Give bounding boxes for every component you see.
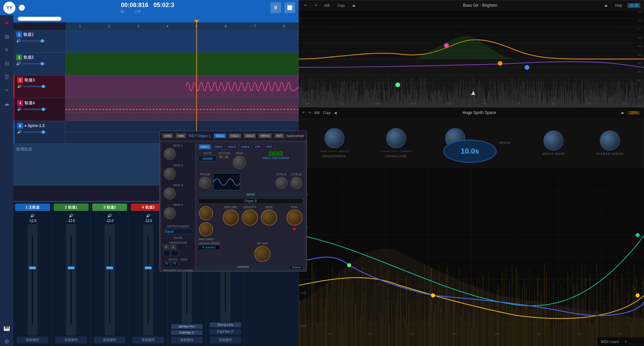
fader-thumb-3[interactable]: [145, 267, 152, 269]
synth-osc3-btn[interactable]: OSC3: [244, 133, 256, 138]
ctrld-knob[interactable]: [290, 177, 303, 189]
transport-knob[interactable]: [19, 5, 25, 11]
sidebar-item-heart[interactable]: ♥: [2, 18, 11, 28]
mod3-knob[interactable]: [164, 187, 176, 199]
cpy-tab[interactable]: CPY: [253, 144, 263, 150]
fine-knob[interactable]: [233, 156, 246, 169]
ctrlr-knob[interactable]: [275, 177, 287, 189]
sidebar-item-automation[interactable]: ≈: [2, 85, 11, 95]
osc1-knob[interactable]: [199, 206, 213, 220]
fader-thumb-2[interactable]: [106, 267, 113, 269]
sidebar-item-cloud[interactable]: ☁: [2, 99, 11, 108]
stereo-width-knob[interactable]: [600, 130, 620, 151]
play-button[interactable]: ⏸: [270, 2, 281, 13]
octave-up[interactable]: ∧: [224, 155, 229, 159]
reverb-next-btn[interactable]: ▶: [622, 111, 624, 115]
fader-1[interactable]: [66, 224, 76, 336]
track-content-3[interactable]: [65, 75, 299, 98]
eq-help-btn[interactable]: Help: [613, 3, 624, 8]
mod4-knob[interactable]: [164, 207, 176, 219]
volume-slider-4[interactable]: [23, 109, 47, 110]
fader-2[interactable]: [105, 224, 115, 336]
add-plugin-3[interactable]: 添加插件: [132, 337, 164, 343]
character-knob[interactable]: [386, 128, 406, 148]
add-plugin-1[interactable]: 添加插件: [55, 337, 87, 343]
track-name-4: 4 轨道4: [17, 100, 62, 106]
volume-slider-1[interactable]: [22, 40, 46, 42]
synth-menu-btn[interactable]: MENU: [259, 133, 272, 138]
mod2-knob[interactable]: [164, 168, 176, 180]
density-knob[interactable]: [242, 210, 258, 226]
osc2-tab[interactable]: OSC2: [212, 144, 225, 150]
track-content-4[interactable]: [65, 98, 299, 121]
track-content-2[interactable]: [65, 53, 299, 75]
scroll-thumb[interactable]: [18, 17, 61, 21]
plugin-slot-proq[interactable]: Pro-Q 3 Fa: [210, 323, 241, 327]
midi-learn-btn[interactable]: MIDI Learn: [601, 340, 619, 344]
plugin-slot-fabfilter2[interactable]: FabFilter P: [171, 330, 203, 335]
mod1-knob[interactable]: [164, 148, 176, 160]
volume-slider-5[interactable]: [23, 131, 47, 133]
brightness-knob[interactable]: [324, 128, 344, 148]
eq-preset-title: Bass Gtr - Brighten: [360, 3, 600, 8]
volume-slider-3[interactable]: [23, 86, 47, 87]
sidebar-item-browse[interactable]: ⊞: [2, 32, 11, 41]
track-num-1: 1: [16, 32, 22, 38]
reverb-panel: ↶ ↷ A/B Copy ◀ Huge Synth Space ▶ 100% D…: [299, 107, 644, 346]
add-plugin-2[interactable]: 添加插件: [94, 337, 125, 343]
add-plugin-5[interactable]: FabFilter P: [210, 329, 241, 335]
sidebar-item-piano[interactable]: 🎹: [2, 323, 11, 333]
space-group: 10.0s SPACE: [499, 141, 511, 145]
pan-knob[interactable]: [286, 210, 303, 226]
add-plugin-4[interactable]: 添加插件: [171, 337, 203, 343]
pst-tab[interactable]: PST: [265, 144, 275, 150]
fader-thumb-master[interactable]: [29, 267, 36, 269]
track-controls-5: 🔊: [17, 130, 62, 134]
eq-prev-btn[interactable]: ◀: [350, 3, 357, 8]
reverb-copy-btn[interactable]: Copy: [323, 111, 331, 115]
reverb-prev-btn[interactable]: ◀: [334, 111, 337, 115]
eq-undo-btn[interactable]: ↶: [302, 3, 309, 8]
stop-button[interactable]: [284, 2, 295, 13]
eq-copy-btn[interactable]: Copy: [335, 3, 347, 8]
synth-init-btn[interactable]: INIT: [274, 133, 284, 138]
volume-slider-2[interactable]: [22, 63, 46, 64]
eq-next-btn[interactable]: ▶: [603, 3, 610, 8]
sidebar-item-settings[interactable]: ⚙: [2, 337, 11, 346]
decay-rate-knob[interactable]: [543, 130, 564, 151]
volume-thumb-1: [41, 39, 44, 43]
horizontal-scrollbar[interactable]: [13, 15, 299, 22]
osc4-tab[interactable]: OSC4: [239, 144, 252, 150]
sidebar-item-tracks[interactable]: ≡: [2, 45, 11, 55]
synth-undo-button[interactable]: undo: [162, 133, 173, 138]
osc1-tab[interactable]: OSC1: [199, 144, 211, 150]
add-plugin-master[interactable]: 添加插件: [17, 337, 48, 343]
fader-master[interactable]: [28, 224, 38, 336]
synth-redo-button[interactable]: redo: [176, 133, 186, 138]
plugin-slot-fabfilter[interactable]: abFilter Pro-: [171, 324, 203, 329]
eq-ab-btn[interactable]: A/B: [322, 3, 332, 8]
octave-down[interactable]: ∨: [218, 155, 223, 159]
transpose-up-btn[interactable]: ∧: [170, 244, 176, 249]
sidebar-item-mixer[interactable]: ⊟: [2, 59, 11, 68]
fader-thumb-1[interactable]: [68, 267, 74, 269]
osc2-knob[interactable]: [199, 222, 213, 236]
add-plugin-5b[interactable]: 添加插件: [210, 337, 241, 343]
synth-osc2-btn[interactable]: OSC2: [229, 133, 241, 138]
wide-knob[interactable]: [261, 210, 277, 226]
eq-redo-btn[interactable]: ↷: [312, 3, 319, 8]
reverb-undo-btn[interactable]: ↶: [302, 111, 305, 115]
detune-knob[interactable]: [223, 210, 239, 226]
synth-osc1-btn[interactable]: OSC1: [214, 133, 226, 138]
sidebar-item-notes[interactable]: ☰: [2, 72, 11, 81]
glide-group: glide: [163, 236, 193, 239]
osc3-tab[interactable]: OSC3: [226, 144, 238, 150]
phase-knob[interactable]: [199, 177, 211, 189]
synth-band-wheel: band:wheel: [287, 134, 304, 138]
reverb-ab-btn[interactable]: A/B: [314, 111, 320, 115]
wt-mix-knob[interactable]: [254, 246, 270, 262]
track-content-1[interactable]: [65, 30, 299, 52]
reverb-redo-btn[interactable]: ↷: [308, 111, 311, 115]
fader-3[interactable]: [143, 224, 153, 336]
transpose-down-btn[interactable]: ∨: [163, 244, 169, 249]
